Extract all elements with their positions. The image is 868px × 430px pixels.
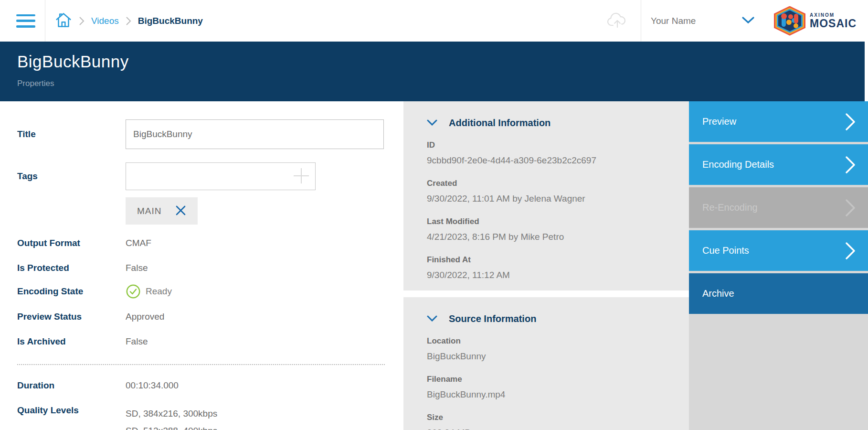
tag-chip-row: MAIN: [126, 197, 403, 225]
topbar-divider: [45, 0, 45, 42]
close-icon: [175, 205, 186, 217]
section-divider: [17, 364, 385, 365]
info-panel: Additional Information ID 9cbbd90f-2e0e-…: [403, 101, 689, 430]
is-archived-row: Is Archived False: [17, 336, 403, 347]
logo-hexagon: [774, 6, 805, 36]
encoding-details-button[interactable]: Encoding Details: [689, 144, 868, 185]
info-field-value: BigBuckBunny: [427, 351, 670, 362]
breadcrumb-current: BigBuckBunny: [138, 16, 203, 26]
scrollbar-track[interactable]: [865, 42, 868, 101]
app-root: Videos BigBuckBunny Your Name: [0, 0, 868, 430]
duration-label: Duration: [17, 380, 126, 391]
logo-brand-bottom: MOSAIC: [810, 18, 857, 29]
tag-chip-label: MAIN: [137, 206, 162, 216]
page-subtitle: Properties: [17, 79, 868, 88]
plus-icon: [292, 166, 311, 187]
chevron-down-icon: [427, 315, 437, 323]
user-name: Your Name: [651, 16, 696, 26]
encoding-state-label: Encoding State: [17, 286, 126, 297]
archive-button[interactable]: Archive: [689, 273, 868, 314]
breadcrumb-link-videos[interactable]: Videos: [91, 16, 119, 26]
is-archived-value: False: [126, 336, 148, 347]
actions-panel: Preview Encoding Details Re-Encoding Cue…: [689, 101, 868, 430]
menu-button[interactable]: [16, 13, 36, 29]
tags-row: Tags: [17, 162, 403, 190]
is-protected-value: False: [126, 263, 148, 273]
axinom-mosaic-logo: AXINOM MOSAIC: [774, 6, 857, 36]
info-field-label: Finished At: [427, 255, 670, 265]
output-format-row: Output Format CMAF: [17, 238, 403, 248]
hamburger-icon: [16, 14, 35, 17]
preview-button[interactable]: Preview: [689, 101, 868, 142]
info-field-value: 9cbbd90f-2e0e-4d44-a309-6e23b2c2c697: [427, 155, 670, 166]
topbar-divider: [641, 0, 641, 42]
home-button[interactable]: [55, 11, 72, 31]
info-field-value: 9/30/2022, 11:01 AM by Jelena Wagner: [427, 194, 670, 204]
chevron-right-icon: [845, 113, 856, 131]
cue-points-button[interactable]: Cue Points: [689, 230, 868, 271]
success-check-icon: [126, 284, 141, 299]
remove-tag-button[interactable]: [175, 205, 186, 217]
is-protected-row: Is Protected False: [17, 263, 403, 273]
encoding-state-row: Encoding State Ready: [17, 284, 403, 299]
info-field-label: Last Modified: [427, 217, 670, 226]
encoding-state-text: Ready: [146, 286, 172, 297]
encoding-state-value: Ready: [126, 284, 172, 299]
title-row: Title: [17, 119, 403, 149]
info-field-label: Filename: [427, 375, 670, 384]
action-label: Preview: [702, 116, 736, 127]
preview-status-value: Approved: [126, 312, 164, 322]
quality-levels-label: Quality Levels: [17, 405, 126, 416]
source-information-card: Source Information Location BigBuckBunny…: [403, 297, 689, 430]
page-title: BigBuckBunny: [17, 42, 868, 71]
add-tag-button[interactable]: [291, 166, 312, 186]
user-menu[interactable]: Your Name: [651, 16, 755, 26]
additional-information-toggle[interactable]: Additional Information: [427, 118, 550, 129]
is-archived-label: Is Archived: [17, 336, 126, 347]
properties-form: Title Tags MAIN: [0, 101, 403, 430]
page-header: BigBuckBunny Properties: [0, 42, 868, 101]
preview-status-row: Preview Status Approved: [17, 312, 403, 322]
chevron-right-icon: [126, 16, 131, 26]
chevron-right-icon: [845, 242, 856, 260]
additional-information-card: Additional Information ID 9cbbd90f-2e0e-…: [403, 101, 689, 290]
action-label: Re-Encoding: [702, 202, 758, 213]
action-label: Archive: [702, 288, 734, 299]
title-input[interactable]: [126, 119, 384, 149]
source-information-toggle[interactable]: Source Information: [427, 313, 536, 324]
top-bar: Videos BigBuckBunny Your Name: [0, 0, 868, 42]
quality-level-item: SD, 384x216, 300kbps: [126, 405, 217, 422]
output-format-label: Output Format: [17, 238, 126, 248]
output-format-value: CMAF: [126, 238, 151, 248]
card-gap: [403, 290, 689, 297]
upload-cloud-icon: [606, 11, 628, 30]
preview-status-label: Preview Status: [17, 312, 126, 322]
quality-levels-values: SD, 384x216, 300kbps SD, 512x288, 400kbp…: [126, 405, 217, 430]
chevron-right-icon: [845, 199, 856, 217]
info-field-value: BigBuckBunny.mp4: [427, 389, 670, 400]
home-icon: [55, 11, 72, 31]
info-field-label: ID: [427, 140, 670, 150]
info-field-label: Location: [427, 336, 670, 346]
quality-levels-row: Quality Levels SD, 384x216, 300kbps SD, …: [17, 405, 403, 430]
info-field-label: Created: [427, 179, 670, 188]
chevron-right-icon: [79, 16, 85, 26]
quality-level-item: SD, 512x288, 400kbps: [126, 422, 217, 430]
chevron-down-icon: [427, 119, 437, 127]
additional-information-title: Additional Information: [449, 118, 550, 129]
upload-progress-button[interactable]: [606, 11, 628, 30]
topbar-right: Your Name AXINOM MOSAI: [606, 0, 868, 42]
info-field-value: 4/21/2023, 8:16 PM by Mike Petro: [427, 232, 670, 242]
tags-label: Tags: [17, 171, 126, 182]
info-field-label: Size: [427, 413, 670, 422]
tag-chip: MAIN: [126, 197, 198, 225]
duration-value: 00:10:34.000: [126, 380, 179, 391]
chevron-down-icon: [741, 16, 755, 25]
action-label: Encoding Details: [702, 159, 774, 170]
info-field-value: 9/30/2022, 11:12 AM: [427, 270, 670, 280]
content: Title Tags MAIN: [0, 101, 868, 430]
is-protected-label: Is Protected: [17, 263, 126, 273]
info-field-value: 263.34 MB: [427, 428, 670, 430]
tags-input[interactable]: [126, 162, 316, 190]
tags-box: [126, 162, 316, 190]
